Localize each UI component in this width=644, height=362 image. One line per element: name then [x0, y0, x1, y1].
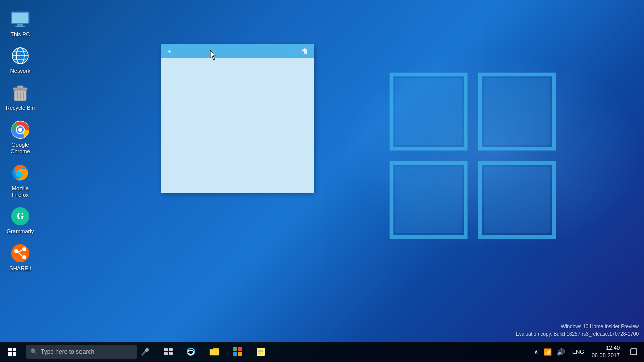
taskbar-clock[interactable]: 12:40 06-08-2017 — [588, 344, 624, 360]
edge-button[interactable] — [180, 342, 202, 362]
desktop-icon-this-pc[interactable]: This PC — [0, 5, 40, 42]
svg-rect-31 — [13, 348, 16, 351]
svg-rect-2 — [17, 24, 23, 26]
sticky-note-actions: ··· 🗑 — [287, 47, 310, 56]
system-info-line1: Windows 10 Home Insider Preview — [516, 323, 639, 330]
taskbar-right: ∧ 📶 🔊 ENG 12:40 06-08-2017 — [530, 342, 644, 362]
sticky-note-delete-button[interactable]: 🗑 — [299, 47, 310, 56]
svg-point-25 — [14, 249, 18, 253]
network-tray-icon[interactable]: 📶 — [542, 348, 553, 356]
svg-rect-38 — [233, 347, 237, 351]
system-info: Windows 10 Home Insider Preview Evaluati… — [516, 323, 639, 338]
edge-icon — [186, 347, 196, 357]
file-explorer-button[interactable] — [203, 342, 225, 362]
store-button[interactable] — [226, 342, 249, 362]
up-arrow-icon[interactable]: ∧ — [532, 348, 540, 356]
sticky-notes-icon — [256, 347, 265, 356]
grammarly-label: Grammarly — [7, 228, 34, 235]
desktop-icon-network[interactable]: Network — [0, 42, 40, 78]
svg-text:G: G — [17, 211, 24, 221]
desktop-icons: This PC Network Recy — [0, 5, 40, 276]
recycle-bin-icon — [10, 82, 30, 103]
sticky-note-widget[interactable]: + ··· 🗑 — [161, 44, 314, 193]
desktop-icon-chrome[interactable]: GoogleChrome — [0, 116, 40, 159]
svg-rect-46 — [631, 349, 637, 355]
shareit-icon — [10, 243, 30, 263]
windows-logo — [377, 60, 569, 251]
sticky-notes-taskbar-button[interactable] — [250, 342, 272, 362]
svg-rect-35 — [169, 348, 173, 351]
svg-rect-36 — [164, 352, 168, 355]
search-text: Type here to search — [41, 348, 94, 355]
taskbar: 🔍 Type here to search 🎤 — [0, 342, 644, 362]
svg-rect-1 — [12, 13, 28, 23]
file-explorer-icon — [209, 347, 219, 356]
sticky-note-header: + ··· 🗑 — [161, 44, 314, 58]
svg-rect-40 — [233, 352, 237, 356]
action-center-button[interactable] — [626, 342, 642, 362]
sticky-note-menu-button[interactable]: ··· — [287, 48, 297, 55]
this-pc-label: This PC — [10, 31, 30, 38]
taskbar-mic-button[interactable]: 🎤 — [137, 342, 153, 362]
svg-rect-30 — [8, 348, 12, 351]
svg-rect-3 — [15, 26, 25, 27]
firefox-icon — [10, 163, 30, 183]
mic-icon: 🎤 — [141, 348, 149, 356]
chrome-label: GoogleChrome — [10, 142, 30, 155]
sticky-note-add-button[interactable]: + — [165, 47, 173, 56]
system-info-line2: Evaluation copy. Build 16257.rs3_release… — [516, 330, 639, 338]
start-button[interactable] — [0, 342, 24, 362]
svg-rect-32 — [8, 352, 12, 356]
grammarly-icon: G — [10, 206, 30, 226]
desktop-icon-shareit[interactable]: SHAREit — [0, 239, 40, 276]
clock-time: 12:40 — [606, 344, 620, 352]
svg-rect-39 — [238, 347, 242, 351]
recycle-bin-label: Recycle Bin — [6, 105, 35, 111]
svg-point-26 — [22, 247, 26, 251]
svg-point-24 — [11, 244, 29, 262]
volume-icon[interactable]: 🔊 — [555, 348, 567, 356]
action-center-icon — [630, 348, 637, 355]
store-icon — [232, 347, 243, 357]
sticky-note-body[interactable] — [161, 58, 314, 193]
language-indicator[interactable]: ENG — [571, 349, 586, 355]
desktop: This PC Network Recy — [0, 0, 644, 362]
this-pc-icon — [10, 9, 30, 29]
svg-rect-33 — [13, 352, 16, 356]
svg-rect-34 — [164, 348, 168, 351]
svg-rect-12 — [17, 86, 23, 88]
search-icon: 🔍 — [30, 348, 38, 355]
task-view-icon — [163, 348, 173, 356]
svg-point-19 — [18, 128, 22, 132]
network-icon — [10, 46, 30, 66]
svg-point-27 — [22, 255, 26, 259]
shareit-label: SHAREit — [9, 265, 31, 272]
desktop-icon-recycle-bin[interactable]: Recycle Bin — [0, 78, 40, 115]
taskbar-search[interactable]: 🔍 Type here to search — [26, 345, 137, 359]
svg-rect-41 — [238, 352, 242, 356]
firefox-label: MozillaFirefox — [12, 185, 29, 198]
taskbar-apps — [157, 342, 272, 362]
task-view-button[interactable] — [157, 342, 179, 362]
desktop-icon-grammarly[interactable]: G Grammarly — [0, 202, 40, 239]
network-label: Network — [10, 68, 30, 74]
system-tray: ∧ 📶 🔊 — [530, 348, 569, 356]
svg-rect-37 — [169, 352, 173, 355]
chrome-icon — [10, 120, 30, 140]
start-icon — [8, 348, 16, 356]
clock-date: 06-08-2017 — [592, 352, 620, 359]
desktop-icon-firefox[interactable]: MozillaFirefox — [0, 159, 40, 202]
